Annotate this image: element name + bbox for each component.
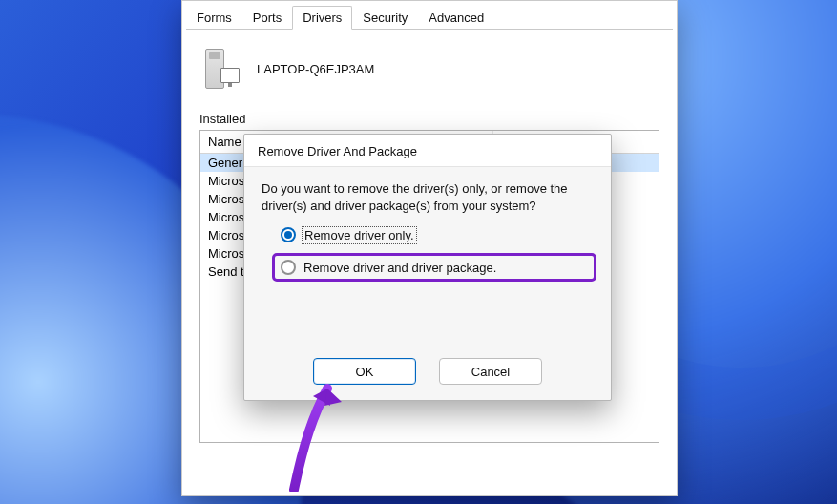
tab-advanced[interactable]: Advanced [418, 6, 494, 30]
remove-driver-dialog: Remove Driver And Package Do you want to… [243, 134, 612, 401]
radio-label: Remove driver and driver package. [303, 261, 496, 275]
print-server-icon [205, 47, 240, 91]
tab-security[interactable]: Security [352, 6, 418, 30]
tab-ports[interactable]: Ports [242, 6, 292, 30]
tab-forms[interactable]: Forms [186, 6, 242, 30]
tab-drivers[interactable]: Drivers [292, 6, 352, 30]
server-name: LAPTOP-Q6EJP3AM [257, 62, 374, 76]
ok-button[interactable]: OK [313, 358, 416, 385]
radio-label: Remove driver only. [303, 228, 415, 242]
dialog-message: Do you want to remove the driver(s) only… [262, 180, 594, 214]
installed-drivers-label: Installed [182, 112, 677, 130]
cancel-button[interactable]: Cancel [439, 358, 542, 385]
radio-icon [281, 260, 296, 275]
dialog-title: Remove Driver And Package [244, 135, 611, 167]
radio-remove-driver-and-package[interactable]: Remove driver and driver package. [275, 256, 594, 279]
radio-icon [281, 227, 296, 242]
tab-strip: Forms Ports Drivers Security Advanced [182, 1, 677, 29]
radio-remove-driver-only[interactable]: Remove driver only. [281, 227, 594, 242]
